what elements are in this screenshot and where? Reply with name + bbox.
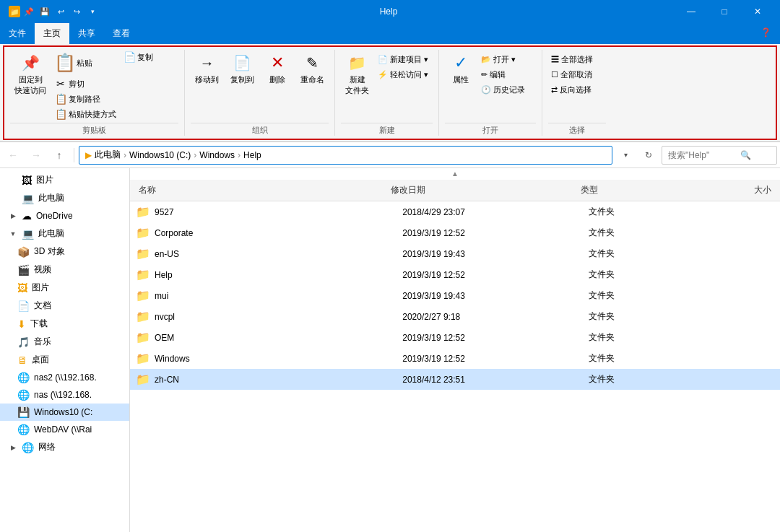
qat-redo[interactable]: ↪ [69, 4, 84, 19]
paste-shortcut-button[interactable]: 📋 粘贴快捷方式 [52, 107, 119, 121]
file-row[interactable]: 📁 9527 2018/4/29 23:07 文件夹 [130, 201, 780, 222]
paste-button[interactable]: 📋 粘贴 [52, 50, 119, 76]
sidebar-item-nas2[interactable]: 🌐 nas2 (\\192.168. [0, 369, 129, 386]
tab-share[interactable]: 共享 [69, 23, 104, 44]
sidebar-item-this-pc[interactable]: ▼ 💻 此电脑 [0, 224, 129, 243]
breadcrumb-part-1[interactable]: 此电脑 [95, 149, 121, 161]
pin-to-quick-access-button[interactable]: 📌 固定到快速访问 [10, 50, 51, 97]
help-button[interactable]: ❓ [752, 23, 780, 44]
refresh-button[interactable]: ↻ [638, 145, 659, 165]
video-icon: 🎬 [17, 264, 30, 276]
3d-icon: 📦 [17, 246, 30, 258]
minimize-button[interactable]: — [675, 0, 708, 23]
new-label: 新建 [341, 123, 433, 136]
sidebar-item-pictures-quick[interactable]: 🖼 图片 [0, 171, 129, 189]
downloads-icon: ⬇ [17, 318, 26, 330]
sidebar-item-this-pc-quick[interactable]: 💻 此电脑 [0, 189, 129, 207]
breadcrumb-dropdown[interactable]: ▾ [615, 145, 636, 165]
properties-icon: ✓ [449, 51, 472, 74]
history-button[interactable]: 🕐 历史记录 [478, 83, 536, 97]
file-date: 2019/3/19 12:52 [402, 228, 588, 238]
cut-button[interactable]: ✂ 剪切 [52, 77, 119, 91]
sidebar-item-onedrive[interactable]: ▶ ☁ OneDrive [0, 207, 129, 224]
qat-dropdown[interactable]: ▾ [85, 4, 100, 19]
folder-icon: 📁 [136, 205, 150, 219]
breadcrumb-part-4[interactable]: Help [243, 150, 261, 160]
file-type: 文件夹 [589, 206, 713, 218]
sidebar-item-video[interactable]: 🎬 视频 [0, 261, 129, 279]
col-header-date[interactable]: 修改日期 [388, 183, 578, 198]
select-none-button[interactable]: ☐ 全部取消 [548, 68, 606, 82]
sidebar-item-nas[interactable]: 🌐 nas (\\192.168. [0, 386, 129, 404]
file-type: 文件夹 [589, 373, 713, 385]
sidebar-item-desktop[interactable]: 🖥 桌面 [0, 351, 129, 369]
up-button[interactable]: ↑ [49, 145, 69, 165]
maximize-button[interactable]: □ [708, 0, 741, 23]
file-row[interactable]: 📁 Windows 2019/3/19 12:52 文件夹 [130, 348, 780, 369]
qat-undo[interactable]: ↩ [53, 4, 68, 19]
sidebar-item-music[interactable]: 🎵 音乐 [0, 333, 129, 351]
tab-file[interactable]: 文件 [0, 23, 35, 44]
file-name: mui [155, 291, 402, 301]
window-title: Help [103, 6, 675, 17]
file-name: Corporate [155, 228, 402, 238]
file-row[interactable]: 📁 nvcpl 2020/2/27 9:18 文件夹 [130, 306, 780, 327]
folder-icon: 📁 [136, 352, 150, 365]
open-button[interactable]: 📂 打开 ▾ [478, 53, 536, 66]
breadcrumb-part-2[interactable]: Windows10 (C:) [129, 150, 191, 160]
copy-path-button[interactable]: 📋 复制路径 [52, 92, 119, 106]
clipboard-label: 剪贴板 [10, 123, 178, 136]
col-header-type[interactable]: 类型 [578, 183, 706, 198]
main-content: 🖼 图片 💻 此电脑 ▶ ☁ OneDrive ▼ 💻 此电脑 📦 3D 对象 … [0, 168, 780, 532]
sidebar-item-3d[interactable]: 📦 3D 对象 [0, 243, 129, 261]
ribbon-group-select: ☰ 全部选择 ☐ 全部取消 ⇄ 反向选择 选择 [542, 50, 612, 136]
new-item-button[interactable]: 📄 新建项目 ▾ [375, 53, 433, 66]
breadcrumb-part-3[interactable]: Windows [199, 150, 235, 160]
qat-save[interactable]: 💾 [38, 4, 52, 19]
file-name: en-US [155, 249, 402, 259]
tab-view[interactable]: 查看 [104, 23, 139, 44]
copy-to-button[interactable]: 📄 复制到 [226, 50, 259, 87]
sidebar-item-network[interactable]: ▶ 🌐 网络 [0, 438, 129, 456]
sidebar-item-pictures[interactable]: 🖼 图片 [0, 279, 129, 297]
copy-button[interactable]: 📄 复制 [121, 50, 178, 64]
search-icon[interactable]: 🔍 [740, 150, 751, 160]
tab-home[interactable]: 主页 [35, 23, 69, 44]
rename-button[interactable]: ✎ 重命名 [296, 50, 329, 87]
file-name: 9527 [155, 207, 402, 217]
this-pc-quick-icon: 💻 [22, 193, 34, 204]
breadcrumb[interactable]: ▶ 此电脑 › Windows10 (C:) › Windows › Help [79, 146, 612, 165]
ribbon: 文件 主页 共享 查看 ❓ 📌 固定到快速访问 📋 粘贴 ✂ [0, 23, 780, 142]
back-button[interactable]: ← [3, 145, 23, 165]
col-header-size[interactable]: 大小 [707, 183, 774, 198]
sidebar-item-windows10[interactable]: 💾 Windows10 (C: [0, 404, 129, 421]
file-row[interactable]: 📁 Help 2019/3/19 12:52 文件夹 [130, 264, 780, 285]
sidebar-item-webdav[interactable]: 🌐 WebDAV (\\Rai [0, 421, 129, 438]
file-row[interactable]: 📁 en-US 2019/3/19 19:43 文件夹 [130, 243, 780, 264]
qat-pin[interactable]: 📌 [22, 4, 36, 19]
file-list: ▲ 名称 修改日期 类型 大小 📁 9527 2018/4/29 23:07 文… [130, 168, 780, 532]
close-button[interactable]: ✕ [741, 0, 774, 23]
sidebar-item-downloads[interactable]: ⬇ 下载 [0, 315, 129, 333]
folder-icon: 📁 [136, 247, 150, 261]
forward-button[interactable]: → [26, 145, 46, 165]
col-header-name[interactable]: 名称 [136, 183, 388, 198]
properties-button[interactable]: ✓ 属性 [445, 50, 477, 87]
new-folder-button[interactable]: 📁 新建文件夹 [341, 50, 373, 97]
search-input[interactable] [668, 150, 740, 160]
sort-indicator: ▲ [130, 168, 780, 180]
file-row[interactable]: 📁 mui 2019/3/19 19:43 文件夹 [130, 285, 780, 306]
file-row[interactable]: 📁 OEM 2019/3/19 12:52 文件夹 [130, 327, 780, 348]
invert-selection-button[interactable]: ⇄ 反向选择 [548, 83, 606, 97]
sidebar-item-documents[interactable]: 📄 文档 [0, 297, 129, 315]
delete-button[interactable]: ✕ 删除 [261, 50, 293, 87]
select-all-button[interactable]: ☰ 全部选择 [548, 53, 606, 66]
move-to-button[interactable]: → 移动到 [191, 50, 223, 87]
folder-icon: 📁 [136, 289, 150, 302]
edit-button[interactable]: ✏ 编辑 [478, 68, 536, 82]
file-row[interactable]: 📁 Corporate 2019/3/19 12:52 文件夹 [130, 222, 780, 243]
breadcrumb-sep-1: › [124, 150, 126, 160]
easy-access-button[interactable]: ⚡ 轻松访问 ▾ [375, 68, 433, 82]
file-date: 2018/4/12 23:51 [402, 375, 588, 385]
file-row-selected[interactable]: 📁 zh-CN 2018/4/12 23:51 文件夹 [130, 369, 780, 390]
